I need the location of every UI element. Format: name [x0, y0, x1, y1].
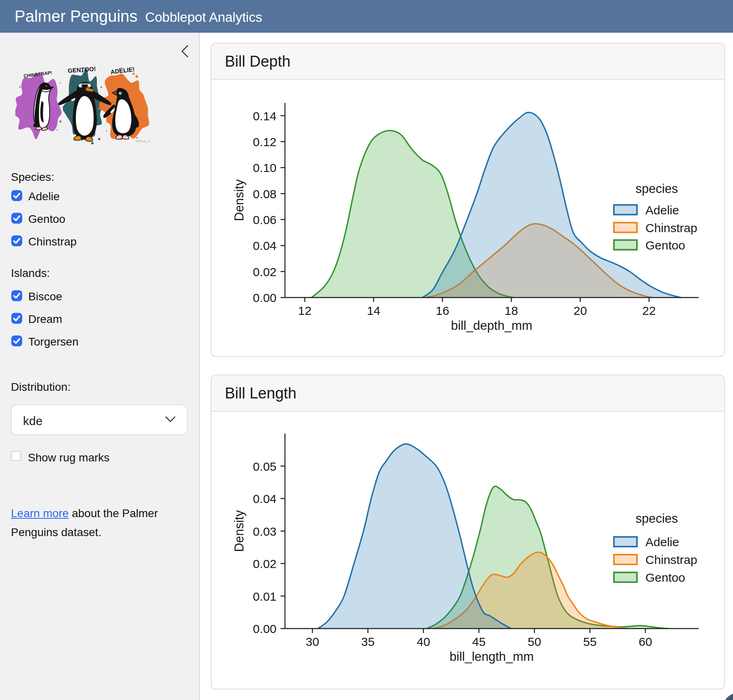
- svg-text:bill_depth_mm: bill_depth_mm: [451, 319, 532, 333]
- svg-text:0.05: 0.05: [253, 460, 276, 473]
- svg-text:14: 14: [367, 304, 380, 317]
- svg-text:bill_length_mm: bill_length_mm: [450, 650, 534, 664]
- svg-text:0.14: 0.14: [253, 109, 276, 123]
- svg-text:30: 30: [306, 635, 319, 648]
- svg-text:0.04: 0.04: [253, 239, 276, 252]
- svg-text:20: 20: [574, 304, 587, 317]
- svg-text:0.08: 0.08: [253, 187, 276, 201]
- svg-text:35: 35: [361, 635, 375, 648]
- svg-text:0.02: 0.02: [253, 557, 276, 570]
- svg-text:12: 12: [298, 304, 311, 317]
- svg-text:GENTOO!: GENTOO!: [67, 65, 96, 74]
- svg-text:Adelie: Adelie: [645, 535, 679, 549]
- svg-text:16: 16: [436, 304, 449, 317]
- svg-text:Gentoo: Gentoo: [645, 571, 685, 584]
- svg-text:22: 22: [642, 304, 656, 317]
- svg-text:Adelie: Adelie: [645, 203, 679, 217]
- svg-text:0.00: 0.00: [253, 622, 276, 635]
- svg-text:0.12: 0.12: [253, 135, 276, 149]
- svg-text:species: species: [635, 511, 678, 526]
- svg-text:18: 18: [505, 304, 518, 317]
- svg-text:60: 60: [639, 635, 652, 648]
- svg-text:0.04: 0.04: [253, 492, 276, 505]
- svg-text:Chinstrap: Chinstrap: [645, 553, 697, 566]
- svg-text:0.10: 0.10: [253, 161, 276, 174]
- svg-text:50: 50: [528, 635, 541, 648]
- svg-text:ADÉLIE!: ADÉLIE!: [110, 65, 135, 75]
- svg-text:0.00: 0.00: [253, 291, 276, 304]
- svg-text:40: 40: [417, 635, 430, 648]
- svg-text:Chinstrap: Chinstrap: [645, 221, 697, 235]
- svg-text:Gentoo: Gentoo: [645, 239, 685, 252]
- svg-text:Density: Density: [232, 179, 246, 221]
- svg-text:species: species: [635, 182, 678, 196]
- svg-text:0.01: 0.01: [253, 590, 276, 603]
- svg-text:Density: Density: [232, 510, 246, 552]
- svg-text:@allison_horst: @allison_horst: [136, 140, 150, 143]
- svg-text:0.06: 0.06: [253, 213, 276, 226]
- svg-text:45: 45: [472, 635, 486, 648]
- svg-text:55: 55: [583, 635, 597, 648]
- svg-text:0.02: 0.02: [253, 265, 276, 279]
- svg-text:0.03: 0.03: [253, 525, 276, 538]
